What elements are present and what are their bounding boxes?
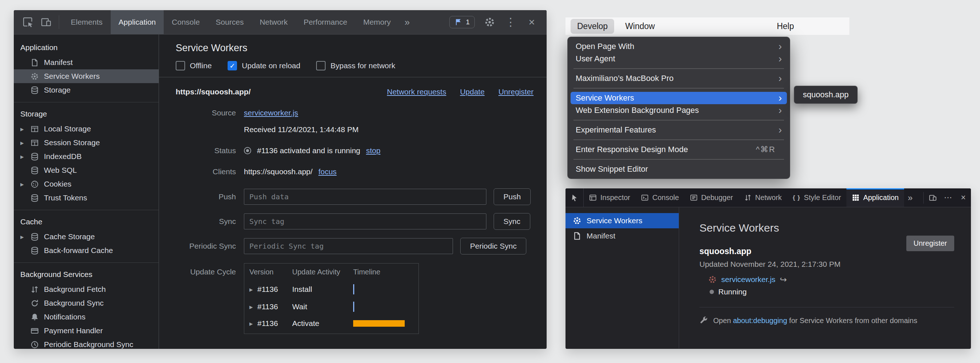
checkbox-box[interactable] [176,61,185,70]
push-input[interactable] [244,189,486,205]
option-checkbox[interactable]: Bypass for network [316,61,395,70]
more-panels-icon[interactable]: » [399,10,415,34]
sidebar-item[interactable]: Service Workers [565,213,679,228]
responsive-design-icon[interactable] [925,188,940,207]
firefox-panel-tab[interactable]: { } Style Editor [787,188,846,207]
close-devtools-icon[interactable]: × [525,16,538,29]
sidebar-section-title: Application [14,38,159,56]
sidebar-item[interactable]: Payment Handler [14,324,159,338]
checkbox-box[interactable] [228,61,237,70]
expand-arrow-icon[interactable] [20,233,30,241]
sync-input[interactable] [244,213,486,229]
source-file-link[interactable]: serviceworker.js [244,108,298,117]
origin-action-link[interactable]: Unregister [498,88,533,96]
firefox-panel-tab[interactable]: Inspector [584,188,636,207]
sidebar-section-title: Storage [14,105,159,122]
sidebar-item[interactable]: Service Workers [14,69,159,83]
periodic-sync-input[interactable] [244,238,453,254]
firefox-panel-tab[interactable]: Network [739,188,787,207]
menu-item[interactable]: User Agent [571,53,787,65]
sidebar-item[interactable]: Trust Tokens [14,191,159,205]
update-cycle-row[interactable]: #1136 Activate [244,319,418,328]
about-debugging-link[interactable]: about:debugging [733,317,787,325]
kebab-menu-icon[interactable]: ⋮ [504,16,517,29]
service-workers-submenu[interactable]: squoosh.app [794,86,858,104]
chrome-panel-tab[interactable]: Performance [296,10,355,34]
device-toolbar-icon[interactable] [40,16,52,29]
firefox-panel-tab[interactable]: Debugger [684,188,739,207]
periodic-sync-button[interactable]: Periodic Sync [460,238,526,255]
update-cycle-row[interactable]: #1136 Wait [244,302,418,312]
meatball-menu-icon[interactable]: ⋯ [940,188,956,207]
sidebar-item[interactable]: Manifest [14,56,159,69]
chrome-panel-tab[interactable]: Console [164,10,208,34]
menu-item[interactable]: Show Snippet Editor [571,163,787,175]
firefox-panel-tab[interactable]: Console [636,188,684,207]
console-messages-badge[interactable]: 1 [449,16,475,28]
expand-arrow-icon[interactable] [249,303,257,311]
sidebar-item[interactable]: IndexedDB [14,150,159,163]
sidebar-section: Cache Cache Storage Back-forward Cache [14,210,159,263]
sidebar-item[interactable]: Web SQL [14,163,159,177]
inspect-element-icon[interactable] [21,16,35,29]
menu-item[interactable]: Enter Responsive Design Mode ^⌘R [571,143,787,156]
pick-element-icon[interactable] [565,188,584,207]
sidebar-item[interactable]: Background Sync [14,296,159,310]
chrome-panel-tab[interactable]: Memory [355,10,399,34]
sidebar-item[interactable]: Manifest [565,228,679,244]
update-cycle-row[interactable]: #1136 Install [244,284,418,295]
menu-item[interactable]: Open Page With [571,40,787,53]
periodic-sync-label: Periodic Sync [159,242,236,250]
menu-item[interactable] [573,88,784,89]
chrome-panel-tab[interactable]: Application [111,10,164,34]
sidebar-item[interactable]: Cache Storage [14,230,159,244]
sidebar-item[interactable]: Storage [14,83,159,97]
menubar-help[interactable]: Help [770,19,800,34]
sidebar-item[interactable]: Notifications [14,310,159,324]
menu-item[interactable]: Maximiliano’s MacBook Pro [571,72,787,84]
chrome-panel-tab[interactable]: Sources [208,10,251,34]
menu-item[interactable] [573,139,784,140]
goto-source-icon[interactable] [780,275,786,284]
worker-file-link[interactable]: serviceworker.js [721,275,775,284]
origin-action-link[interactable]: Network requests [387,88,446,96]
option-checkbox[interactable]: Update on reload [228,61,300,70]
menu-item[interactable]: Service Workers [571,92,787,104]
sidebar-item[interactable]: Background Fetch [14,282,159,296]
expand-arrow-icon[interactable] [20,180,30,188]
focus-link[interactable]: focus [318,167,336,176]
firefox-panel-tab[interactable]: Application [846,188,904,207]
expand-arrow-icon[interactable] [20,139,30,147]
push-button[interactable]: Push [494,188,531,205]
submenu-chevron-icon [778,125,782,135]
expand-arrow-icon[interactable] [20,125,30,133]
stop-link[interactable]: stop [366,146,380,155]
menubar-develop[interactable]: Develop [571,19,614,34]
more-panels-icon[interactable]: » [904,188,916,207]
chrome-panel-tab[interactable]: Network [251,10,296,34]
origin-action-link[interactable]: Update [460,88,485,96]
expand-arrow-icon[interactable] [249,320,257,328]
menu-item-label: User Agent [576,54,776,64]
submenu-item-label[interactable]: squoosh.app [803,90,849,99]
sidebar-item[interactable]: Periodic Background Sync [14,338,159,349]
menu-item[interactable] [573,159,784,160]
sync-button[interactable]: Sync [494,213,530,230]
sidebar-item[interactable]: Local Storage [14,122,159,136]
menubar-window[interactable]: Window [619,19,661,34]
chrome-panel-tab[interactable]: Elements [63,10,111,34]
expand-arrow-icon[interactable] [20,153,30,161]
expand-arrow-icon[interactable] [249,285,257,294]
sidebar-item[interactable]: Back-forward Cache [14,244,159,257]
checkbox-box[interactable] [316,61,326,70]
menu-item[interactable]: Web Extension Background Pages [571,104,787,116]
menu-item[interactable] [573,68,784,69]
menu-item[interactable] [573,120,784,121]
settings-gear-icon[interactable] [483,16,496,29]
close-devtools-icon[interactable]: × [956,188,971,207]
sidebar-item[interactable]: Session Storage [14,136,159,150]
sidebar-item[interactable]: Cookies [14,177,159,191]
unregister-button[interactable]: Unregister [906,236,954,251]
menu-item[interactable]: Experimental Features [571,124,787,136]
option-checkbox[interactable]: Offline [176,61,212,70]
